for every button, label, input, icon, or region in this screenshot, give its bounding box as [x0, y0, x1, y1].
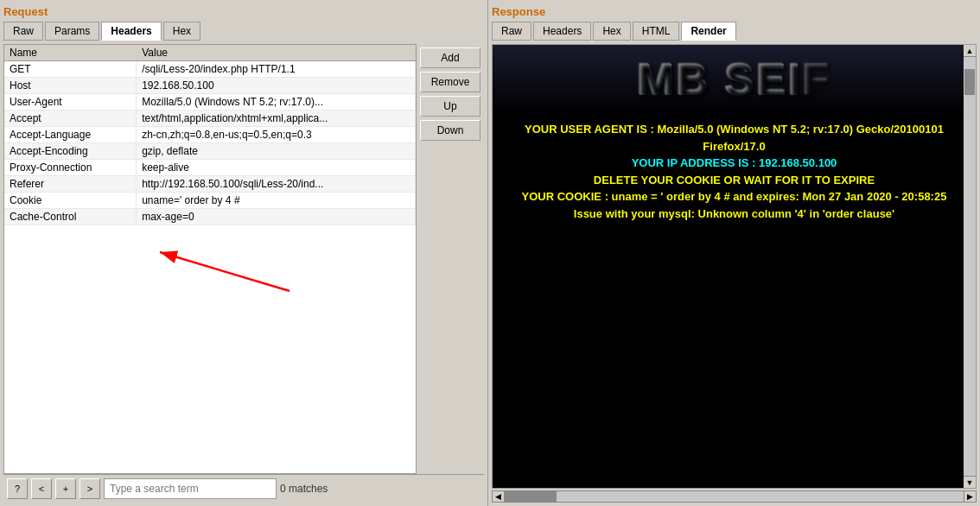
table-row[interactable]: Accepttext/html,application/xhtml+xml,ap… — [4, 111, 416, 127]
table-area: Name Value GET/sqli/Less-20/index.php HT… — [3, 44, 484, 474]
tab-response-render[interactable]: Render — [681, 22, 735, 41]
tab-params[interactable]: Params — [45, 22, 99, 41]
right-panel: Response Raw Headers Hex HTML Render MB … — [488, 0, 980, 506]
forward-button[interactable]: > — [80, 478, 100, 499]
scroll-thumb[interactable] — [964, 69, 975, 95]
render-title: MB SEIF — [637, 54, 831, 105]
horizontal-scrollbar[interactable]: ◀ ▶ — [492, 490, 977, 503]
header-name-cell: GET — [4, 61, 137, 78]
col-value-header: Value — [137, 45, 416, 61]
response-title: Response — [492, 5, 977, 18]
h-scroll-thumb[interactable] — [505, 491, 557, 502]
header-value-cell: /sqli/Less-20/index.php HTTP/1.1 — [137, 61, 416, 78]
h-scroll-track[interactable] — [505, 491, 964, 502]
tab-headers[interactable]: Headers — [101, 22, 161, 41]
render-line: DELETE YOUR COOKIE OR WAIT FOR IT TO EXP… — [503, 172, 965, 189]
matches-label: 0 matches — [280, 483, 328, 495]
render-container[interactable]: MB SEIF YOUR USER AGENT IS : Mozilla/5.0… — [492, 44, 977, 489]
help-button[interactable]: ? — [7, 478, 28, 499]
down-button[interactable]: Down — [420, 120, 480, 141]
header-name-cell: Accept — [4, 111, 137, 127]
header-name-cell: Proxy-Connection — [4, 160, 137, 176]
header-name-cell: Cookie — [4, 193, 137, 209]
tab-response-headers[interactable]: Headers — [533, 22, 591, 41]
tab-hex[interactable]: Hex — [163, 22, 200, 41]
header-name-cell: User-Agent — [4, 94, 137, 111]
header-name-cell: Accept-Language — [4, 127, 137, 143]
scroll-right-btn[interactable]: ▶ — [964, 491, 976, 502]
request-tab-bar: Raw Params Headers Hex — [3, 22, 484, 41]
tab-response-hex[interactable]: Hex — [593, 22, 630, 41]
table-row[interactable]: User-AgentMozilla/5.0 (Windows NT 5.2; r… — [4, 94, 416, 111]
back-button[interactable]: < — [31, 478, 52, 499]
header-name-cell: Accept-Encoding — [4, 143, 137, 160]
tab-raw[interactable]: Raw — [3, 22, 43, 41]
tab-response-raw[interactable]: Raw — [492, 22, 531, 41]
scroll-up-btn[interactable]: ▲ — [964, 45, 976, 57]
add-search-button[interactable]: + — [55, 478, 76, 499]
side-buttons: Add Remove Up Down — [417, 44, 484, 474]
render-line: YOUR IP ADDRESS IS : 192.168.50.100 — [503, 155, 965, 172]
table-row[interactable]: Host192.168.50.100 — [4, 78, 416, 94]
response-tab-bar: Raw Headers Hex HTML Render — [492, 22, 977, 41]
table-row[interactable]: Accept-Encodinggzip, deflate — [4, 143, 416, 160]
header-value-cell: gzip, deflate — [137, 143, 416, 160]
col-name-header: Name — [4, 45, 137, 61]
header-value-cell: uname=' order by 4 # — [137, 193, 416, 209]
render-scrollbar[interactable]: ▲ ▼ — [964, 45, 976, 488]
scroll-left-btn[interactable]: ◀ — [493, 491, 505, 502]
header-value-cell: keep-alive — [137, 160, 416, 176]
render-line: YOUR COOKIE : uname = ' order by 4 # and… — [503, 188, 965, 206]
header-value-cell: Mozilla/5.0 (Windows NT 5.2; rv:17.0)... — [137, 94, 416, 111]
table-row[interactable]: Proxy-Connectionkeep-alive — [4, 160, 416, 176]
header-value-cell: 192.168.50.100 — [137, 78, 416, 94]
table-row[interactable]: Accept-Languagezh-cn,zh;q=0.8,en-us;q=0.… — [4, 127, 416, 143]
table-row[interactable]: Cache-Controlmax-age=0 — [4, 209, 416, 225]
left-panel: Request Raw Params Headers Hex Name Valu… — [0, 0, 488, 506]
table-row[interactable]: Cookieuname=' order by 4 # — [4, 193, 416, 209]
table-row[interactable]: GET/sqli/Less-20/index.php HTTP/1.1 — [4, 61, 416, 78]
header-value-cell: zh-cn,zh;q=0.8,en-us;q=0.5,en;q=0.3 — [137, 127, 416, 143]
header-name-cell: Cache-Control — [4, 209, 137, 225]
render-header: MB SEIF — [493, 45, 976, 114]
svg-line-1 — [160, 252, 290, 291]
header-value-cell: text/html,application/xhtml+xml,applica.… — [137, 111, 416, 127]
add-button[interactable]: Add — [420, 47, 480, 68]
render-content: YOUR USER AGENT IS : Mozilla/5.0 (Window… — [493, 114, 976, 488]
header-name-cell: Host — [4, 78, 137, 94]
header-value-cell: max-age=0 — [137, 209, 416, 225]
render-line: Issue with your mysql: Unknown column '4… — [503, 206, 965, 223]
render-line: YOUR USER AGENT IS : Mozilla/5.0 (Window… — [503, 121, 965, 155]
table-row[interactable]: Refererhttp://192.168.50.100/sqli/Less-2… — [4, 176, 416, 193]
search-input[interactable] — [104, 478, 277, 499]
header-value-cell: http://192.168.50.100/sqli/Less-20/ind..… — [137, 176, 416, 193]
scroll-down-btn[interactable]: ▼ — [964, 476, 976, 488]
up-button[interactable]: Up — [420, 96, 480, 117]
headers-table: Name Value GET/sqli/Less-20/index.php HT… — [4, 45, 416, 225]
arrow-annotation — [108, 235, 298, 304]
request-title: Request — [3, 5, 484, 18]
tab-response-html[interactable]: HTML — [633, 22, 680, 41]
remove-button[interactable]: Remove — [420, 72, 480, 92]
headers-table-container[interactable]: Name Value GET/sqli/Less-20/index.php HT… — [3, 44, 417, 474]
header-name-cell: Referer — [4, 176, 137, 193]
bottom-bar: ? < + > 0 matches — [3, 474, 484, 503]
